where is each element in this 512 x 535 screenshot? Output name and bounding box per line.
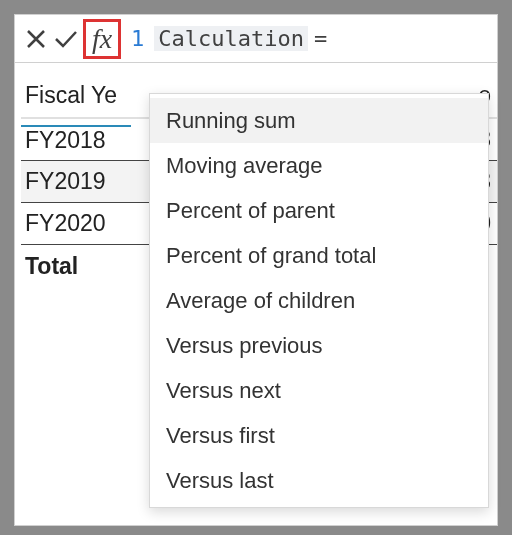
fx-icon: fx (92, 23, 112, 55)
dropdown-item-moving-average[interactable]: Moving average (150, 143, 488, 188)
app-window: fx 1 Calculation = Fiscal Ye o FY2018 8 … (14, 14, 498, 526)
cell-fiscal-year: FY2019 (21, 168, 131, 195)
dropdown-item-versus-last[interactable]: Versus last (150, 458, 488, 503)
cell-fiscal-year: FY2020 (21, 210, 131, 237)
close-icon (26, 29, 46, 49)
calc-token: Calculation (154, 26, 308, 51)
cell-fiscal-year: FY2018 (21, 125, 131, 154)
line-number: 1 (131, 26, 144, 51)
fx-button[interactable]: fx (83, 19, 121, 59)
total-label: Total (21, 253, 131, 280)
check-icon (54, 29, 78, 49)
formula-bar: fx 1 Calculation = (15, 15, 497, 63)
calculation-dropdown: Running sum Moving average Percent of pa… (149, 93, 489, 508)
dropdown-item-versus-previous[interactable]: Versus previous (150, 323, 488, 368)
dropdown-item-average-of-children[interactable]: Average of children (150, 278, 488, 323)
cancel-button[interactable] (21, 22, 51, 56)
dropdown-item-percent-of-grand-total[interactable]: Percent of grand total (150, 233, 488, 278)
formula-editor[interactable]: 1 Calculation = (121, 26, 327, 52)
dropdown-item-versus-next[interactable]: Versus next (150, 368, 488, 413)
confirm-button[interactable] (51, 22, 81, 56)
dropdown-item-versus-first[interactable]: Versus first (150, 413, 488, 458)
equals-sign: = (314, 26, 327, 51)
column-header-fiscal-year[interactable]: Fiscal Ye (21, 82, 131, 109)
dropdown-item-percent-of-parent[interactable]: Percent of parent (150, 188, 488, 233)
dropdown-item-running-sum[interactable]: Running sum (150, 98, 488, 143)
